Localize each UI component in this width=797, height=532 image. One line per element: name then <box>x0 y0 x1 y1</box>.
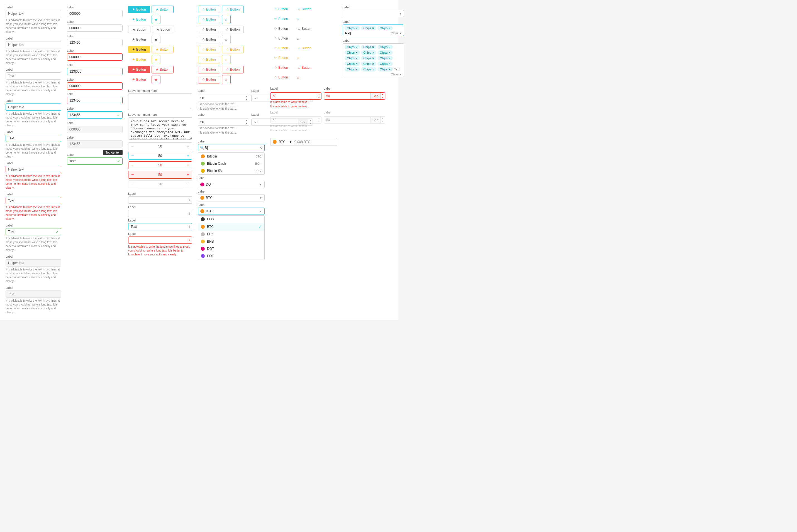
stepper-decrement[interactable]: − <box>128 171 137 178</box>
dropdown-item-btc[interactable]: Bitcoin BTC <box>198 153 265 160</box>
btn-yellow-icon-only[interactable]: ★ <box>151 55 161 64</box>
text-input[interactable] <box>67 24 123 32</box>
btn-yellow-filled[interactable]: ★ Button <box>128 46 150 53</box>
select-input[interactable] <box>128 196 192 204</box>
text-input[interactable] <box>67 111 123 118</box>
select-field[interactable] <box>343 10 404 17</box>
btn-red-out-1[interactable]: ☆ Button <box>198 66 220 74</box>
select-input[interactable] <box>128 210 192 217</box>
btn-teal-text-3[interactable]: ☆ Button <box>270 15 292 22</box>
chips-input-many[interactable]: Chips ✕ Chips ✕ Chips ✕ Chips ✕ Chips ✕ … <box>343 43 404 77</box>
chip-remove[interactable]: ✕ <box>372 68 374 71</box>
chip-remove[interactable]: ✕ <box>388 68 391 71</box>
spinner-up[interactable]: ▲ <box>244 95 249 98</box>
text-input[interactable] <box>67 53 123 61</box>
chip-remove[interactable]: ✕ <box>372 45 374 49</box>
select-input[interactable] <box>128 236 192 244</box>
spinner-down[interactable]: ▼ <box>317 96 321 99</box>
btn-red-text-3[interactable]: ☆ Button <box>270 74 292 81</box>
btn-teal-ghost[interactable]: ★ Button <box>128 16 150 23</box>
btn-gray-outline-2[interactable]: ★ Button <box>152 25 175 33</box>
text-input[interactable] <box>67 10 123 17</box>
chips-input-focused[interactable]: Chips ✕ Chips ✕ Chips ✕ Clear ▼ <box>343 24 404 36</box>
btn-red-ghost[interactable]: ★ Button <box>128 76 150 83</box>
btn-teal-icon-outline[interactable]: ☆ <box>222 15 231 24</box>
btn-yellow-text-3[interactable]: ☆ Button <box>270 54 292 61</box>
text-input[interactable] <box>67 68 123 75</box>
chevron-down-icon[interactable]: ▼ <box>399 73 402 76</box>
btn-gray-text-2[interactable]: ☆ Button <box>294 25 315 32</box>
spinner-down[interactable]: ▼ <box>244 122 249 125</box>
btn-gray-text-icon[interactable]: ☆ <box>294 34 303 43</box>
dropdown-option-eos[interactable]: EOS <box>198 216 265 223</box>
btn-gray-icon-out[interactable]: ☆ <box>222 35 231 44</box>
text-input[interactable] <box>67 157 123 165</box>
chips-text-input[interactable] <box>345 32 390 35</box>
btn-teal-icon-only[interactable]: ★ <box>151 15 161 24</box>
btn-yellow-text-1[interactable]: ☆ Button <box>270 44 292 52</box>
textarea-input[interactable] <box>128 94 192 110</box>
btn-yellow-text-icon[interactable]: ☆ <box>294 53 303 62</box>
dropdown-option-dot[interactable]: DOT <box>198 245 265 252</box>
chips-clear-button[interactable]: Clear <box>391 73 398 76</box>
dropdown-option-btc-selected[interactable]: BTC ✓ <box>198 223 265 231</box>
text-input[interactable] <box>5 103 61 111</box>
chip-remove[interactable]: ✕ <box>356 57 358 60</box>
btn-yellow-icon-out[interactable]: ☆ <box>222 55 231 64</box>
chip-remove[interactable]: ✕ <box>388 57 391 60</box>
btn-yellow-ghost[interactable]: ★ Button <box>128 56 150 63</box>
btn-teal-text-2[interactable]: ☆ Button <box>294 5 315 13</box>
stepper-decrement[interactable]: − <box>128 143 137 150</box>
stepper-value[interactable] <box>137 143 184 150</box>
chip-remove[interactable]: ✕ <box>356 27 358 30</box>
text-input[interactable] <box>5 228 61 235</box>
btn-teal-outline-1[interactable]: ☆ Button <box>198 5 220 13</box>
text-input[interactable] <box>67 39 123 46</box>
chip-remove[interactable]: ✕ <box>388 45 391 49</box>
btn-red-text-1[interactable]: ☆ Button <box>270 64 292 71</box>
btn-gray-outline[interactable]: ★ Button <box>128 25 150 33</box>
chip-remove[interactable]: ✕ <box>372 51 374 54</box>
btn-teal-filled[interactable]: ★ Button <box>128 6 150 13</box>
btn-gray-ghost[interactable]: ★ Button <box>128 36 150 43</box>
textarea-filled[interactable]: Your funds are secure because they can't… <box>128 117 192 140</box>
clear-icon[interactable]: ✕ <box>259 146 262 150</box>
chip-remove[interactable]: ✕ <box>372 57 374 60</box>
btn-red-filled[interactable]: ★ Button <box>128 66 150 73</box>
text-input[interactable] <box>5 10 61 17</box>
dropdown-option-pot[interactable]: POT <box>198 252 265 260</box>
btn-teal-text-1[interactable]: ☆ Button <box>270 5 292 13</box>
btn-gray-text-3[interactable]: ☆ Button <box>270 35 292 42</box>
btn-gray-out-3[interactable]: ☆ Button <box>198 36 220 43</box>
chevron-down-icon[interactable]: ▼ <box>399 32 402 35</box>
btn-red-icon-only[interactable]: ★ <box>151 75 161 84</box>
btn-yellow-out-1[interactable]: ☆ Button <box>198 45 220 53</box>
stepper-increment[interactable]: + <box>184 162 192 169</box>
chip-remove[interactable]: ✕ <box>356 45 358 49</box>
spinner-input[interactable] <box>271 93 317 99</box>
btn-teal-outline[interactable]: ★ Button <box>151 5 174 13</box>
chip-remove[interactable]: ✕ <box>372 62 374 65</box>
dropdown-item-bsv[interactable]: Bitcoin SV BSV <box>198 167 265 174</box>
dropdown-option-ltc[interactable]: LTC <box>198 231 265 238</box>
crypto-select-btc[interactable]: BTC ▼ <box>198 194 265 202</box>
chip-remove[interactable]: ✕ <box>388 51 391 54</box>
stepper-increment[interactable]: + <box>184 152 192 159</box>
crypto-select-btc-open[interactable]: BTC ▲ <box>198 208 265 215</box>
chips-clear-button[interactable]: Clear <box>391 32 398 35</box>
btn-red-icon-out[interactable]: ☆ <box>222 75 231 84</box>
search-input[interactable] <box>198 144 265 151</box>
text-input[interactable] <box>67 82 123 90</box>
text-input[interactable] <box>5 41 61 49</box>
spinner-up[interactable]: ▲ <box>317 93 321 96</box>
btn-teal-outline-3[interactable]: ☆ Button <box>198 16 220 23</box>
text-input[interactable] <box>5 135 61 142</box>
spinner-input[interactable] <box>198 95 244 101</box>
dropdown-item-bch[interactable]: Bitcoin Cash BCH <box>198 160 265 167</box>
btn-yellow-out-2[interactable]: ☆ Button <box>222 45 244 53</box>
btn-yellow-text-2[interactable]: ☆ Button <box>294 44 315 52</box>
chip-remove[interactable]: ✕ <box>356 68 358 71</box>
btn-red-out-3[interactable]: ☆ Button <box>198 76 220 83</box>
text-input[interactable] <box>67 97 123 104</box>
stepper-decrement[interactable]: − <box>128 162 137 169</box>
